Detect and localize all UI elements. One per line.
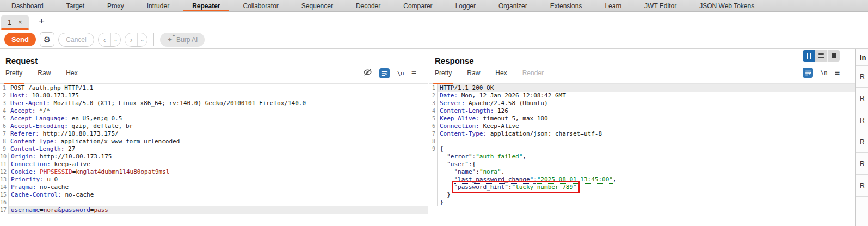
code-line[interactable]: 16: [0, 199, 428, 206]
tab-jwt-editor[interactable]: JWT Editor: [633, 0, 688, 11]
inspector-section[interactable]: R: [856, 88, 868, 109]
tab-organizer[interactable]: Organizer: [487, 0, 539, 11]
wrap-lines-icon[interactable]: [379, 68, 390, 78]
menu-icon[interactable]: ≡: [411, 69, 416, 78]
request-tab-raw[interactable]: Raw: [38, 69, 51, 80]
tab-logger[interactable]: Logger: [444, 0, 487, 11]
line-number: [429, 176, 438, 184]
close-icon[interactable]: ×: [18, 18, 22, 26]
code-line[interactable]: 1HTTP/1.1 200 OK: [429, 84, 855, 92]
forward-history-dropdown[interactable]: ⌄: [138, 33, 147, 46]
response-editor-icons: \n ≡: [803, 68, 840, 78]
tab-sequencer[interactable]: Sequencer: [290, 0, 344, 11]
code-line[interactable]: 10Origin: http://10.80.173.175: [0, 153, 428, 161]
code-segment: no-cache: [36, 184, 69, 191]
code-segment: "error": [447, 153, 472, 160]
code-segment: no-cache: [61, 191, 94, 198]
code-line[interactable]: 11Connection: keep-alive: [0, 161, 428, 168]
code-line[interactable]: 5Accept-Language: en-US,en;q=0.5: [0, 115, 428, 123]
code-line[interactable]: "error":"auth_failed",: [429, 153, 855, 161]
request-editor[interactable]: 1POST /auth.php HTTP/1.12Host: 10.80.173…: [0, 84, 428, 226]
tab-extensions[interactable]: Extensions: [539, 0, 594, 11]
rows-layout-button[interactable]: [815, 50, 827, 62]
newline-icon[interactable]: \n: [397, 70, 404, 77]
code-line[interactable]: "user":{: [429, 161, 855, 168]
code-line[interactable]: }: [429, 199, 855, 206]
tab-decoder[interactable]: Decoder: [344, 0, 392, 11]
tab-dashboard[interactable]: Dashboard: [0, 0, 55, 11]
code-line[interactable]: 5Keep-Alive: timeout=5, max=100: [429, 115, 855, 123]
code-segment: Mon, 12 Jan 2026 12:08:42 GMT: [458, 92, 566, 99]
cancel-button[interactable]: Cancel: [58, 33, 94, 47]
code-line[interactable]: 3Server: Apache/2.4.58 (Ubuntu): [429, 100, 855, 107]
columns-layout-button[interactable]: [803, 50, 815, 62]
response-tab-render[interactable]: Render: [522, 69, 544, 80]
inspector-section[interactable]: R: [856, 153, 868, 175]
code-line[interactable]: 4Accept: */*: [0, 107, 428, 115]
code-line[interactable]: 13Priority: u=0: [0, 176, 428, 184]
code-line[interactable]: 6Connection: Keep-Alive: [429, 123, 855, 130]
code-line[interactable]: }: [429, 191, 855, 199]
response-editor[interactable]: 1HTTP/1.1 200 OK2Date: Mon, 12 Jan 2026 …: [429, 84, 855, 226]
code-segment: Connection:: [11, 161, 51, 168]
code-line[interactable]: "last_password_change":"2025-08-01 13:45…: [429, 176, 855, 184]
request-tab-hex[interactable]: Hex: [66, 69, 77, 80]
line-content: username=nora&password=pass: [9, 206, 428, 214]
tab-target[interactable]: Target: [55, 0, 96, 11]
code-line[interactable]: 2Date: Mon, 12 Jan 2026 12:08:42 GMT: [429, 92, 855, 100]
wrap-lines-icon[interactable]: [803, 68, 813, 78]
line-content: {: [438, 145, 855, 153]
back-history-dropdown[interactable]: ⌄: [111, 33, 120, 46]
line-content: Pragma: no-cache: [9, 184, 428, 191]
single-layout-button[interactable]: [828, 50, 840, 62]
repeater-session-tab-bar: 1 × +: [0, 12, 868, 30]
code-line[interactable]: 4Content-Length: 126: [429, 107, 855, 115]
code-line[interactable]: 8Content-Type: application/x-www-form-ur…: [0, 138, 428, 145]
send-button[interactable]: Send: [4, 33, 36, 46]
back-button[interactable]: ‹: [99, 33, 111, 46]
menu-icon[interactable]: ≡: [835, 69, 840, 77]
code-line[interactable]: 2Host: 10.80.173.175: [0, 92, 428, 100]
response-tab-raw[interactable]: Raw: [467, 69, 480, 80]
code-line[interactable]: 1POST /auth.php HTTP/1.1: [0, 84, 428, 92]
inspector-section[interactable]: R: [856, 109, 868, 131]
code-line[interactable]: 14Pragma: no-cache: [0, 184, 428, 191]
inspector-section[interactable]: R: [856, 66, 868, 88]
newline-icon[interactable]: \n: [820, 69, 827, 76]
line-number: [429, 199, 438, 206]
code-line[interactable]: "name":"nora",: [429, 168, 855, 176]
chevron-down-icon: ⌄: [114, 37, 118, 42]
code-segment: Origin:: [11, 153, 36, 160]
tab-repeater[interactable]: Repeater: [181, 0, 231, 11]
code-line[interactable]: 7Content-Type: application/json; charset…: [429, 130, 855, 138]
code-line[interactable]: 12Cookie: PHPSESSID=knglat4dubmn1l4u80op…: [0, 168, 428, 176]
code-line[interactable]: 17username=nora&password=pass: [0, 206, 428, 214]
code-line[interactable]: "password_hint":"lucky number 789": [429, 184, 855, 191]
code-line[interactable]: 9Content-Length: 27: [0, 145, 428, 153]
request-tab-pretty[interactable]: Pretty: [5, 69, 22, 80]
inspector-section[interactable]: R: [856, 175, 868, 197]
code-line[interactable]: 15Cache-Control: no-cache: [0, 191, 428, 199]
response-tab-pretty[interactable]: Pretty: [435, 69, 452, 80]
tab-collaborator[interactable]: Collaborator: [231, 0, 290, 11]
tab-json-web-tokens[interactable]: JSON Web Tokens: [688, 0, 766, 11]
tab-comparer[interactable]: Comparer: [392, 0, 444, 11]
tab-intruder[interactable]: Intruder: [136, 0, 181, 11]
code-line[interactable]: 3User-Agent: Mozilla/5.0 (X11; Linux x86…: [0, 100, 428, 107]
forward-button[interactable]: ›: [125, 33, 138, 46]
code-line[interactable]: 7Referer: http://10.80.173.175/: [0, 130, 428, 138]
response-tab-hex[interactable]: Hex: [495, 69, 507, 80]
session-tab-1[interactable]: 1 ×: [1, 15, 29, 30]
hide-matches-icon[interactable]: [363, 68, 372, 79]
code-line[interactable]: 9{: [429, 145, 855, 153]
send-settings-button[interactable]: ⚙: [40, 32, 54, 47]
burp-ai-button[interactable]: ✦✦ Burp AI: [160, 33, 205, 47]
response-panel-title: Response: [435, 56, 474, 65]
code-line[interactable]: 6Accept-Encoding: gzip, deflate, br: [0, 123, 428, 130]
add-tab-button[interactable]: +: [36, 16, 47, 26]
tab-proxy[interactable]: Proxy: [96, 0, 136, 11]
tab-learn[interactable]: Learn: [593, 0, 633, 11]
code-line[interactable]: 8: [429, 138, 855, 145]
line-content: Cookie: PHPSESSID=knglat4dubmn1l4u80opat…: [9, 168, 428, 176]
inspector-section[interactable]: R: [856, 131, 868, 153]
